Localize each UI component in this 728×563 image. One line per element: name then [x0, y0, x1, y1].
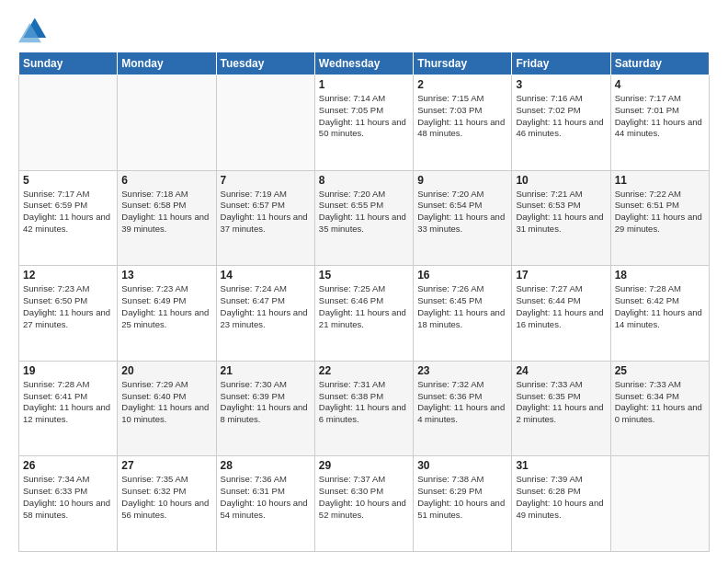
- day-info: Sunrise: 7:26 AM Sunset: 6:45 PM Dayligh…: [417, 283, 507, 330]
- day-number: 1: [319, 78, 409, 91]
- calendar-cell: 25Sunrise: 7:33 AM Sunset: 6:34 PM Dayli…: [610, 361, 709, 456]
- day-number: 2: [417, 78, 507, 91]
- day-info: Sunrise: 7:30 AM Sunset: 6:39 PM Dayligh…: [221, 379, 311, 426]
- day-info: Sunrise: 7:28 AM Sunset: 6:42 PM Dayligh…: [615, 283, 705, 330]
- calendar-cell: [118, 75, 216, 171]
- day-info: Sunrise: 7:32 AM Sunset: 6:36 PM Dayligh…: [417, 379, 507, 426]
- day-number: 26: [23, 459, 113, 472]
- calendar-cell: 14Sunrise: 7:24 AM Sunset: 6:47 PM Dayli…: [216, 266, 314, 362]
- day-number: 4: [615, 78, 705, 91]
- weekday-header-tuesday: Tuesday: [216, 52, 314, 75]
- weekday-header-friday: Friday: [512, 52, 610, 75]
- day-number: 6: [121, 174, 211, 187]
- day-info: Sunrise: 7:33 AM Sunset: 6:34 PM Dayligh…: [615, 379, 705, 426]
- calendar-table: SundayMondayTuesdayWednesdayThursdayFrid…: [18, 52, 710, 552]
- calendar-cell: 7Sunrise: 7:19 AM Sunset: 6:57 PM Daylig…: [216, 170, 314, 266]
- calendar-cell: 9Sunrise: 7:20 AM Sunset: 6:54 PM Daylig…: [414, 170, 512, 266]
- calendar-week-row-3: 12Sunrise: 7:23 AM Sunset: 6:50 PM Dayli…: [19, 266, 710, 362]
- day-info: Sunrise: 7:17 AM Sunset: 7:01 PM Dayligh…: [615, 93, 705, 140]
- calendar-cell: 20Sunrise: 7:29 AM Sunset: 6:40 PM Dayli…: [118, 361, 216, 456]
- day-info: Sunrise: 7:14 AM Sunset: 7:05 PM Dayligh…: [319, 93, 409, 140]
- calendar-cell: [19, 75, 118, 171]
- day-info: Sunrise: 7:18 AM Sunset: 6:58 PM Dayligh…: [121, 189, 211, 236]
- calendar-cell: 29Sunrise: 7:37 AM Sunset: 6:30 PM Dayli…: [314, 456, 413, 552]
- calendar-cell: 2Sunrise: 7:15 AM Sunset: 7:03 PM Daylig…: [414, 75, 512, 171]
- day-info: Sunrise: 7:17 AM Sunset: 6:59 PM Dayligh…: [23, 189, 113, 236]
- calendar-cell: 22Sunrise: 7:31 AM Sunset: 6:38 PM Dayli…: [314, 361, 413, 456]
- day-number: 29: [319, 459, 409, 472]
- day-info: Sunrise: 7:36 AM Sunset: 6:31 PM Dayligh…: [221, 474, 311, 521]
- day-number: 7: [221, 174, 311, 187]
- day-number: 25: [615, 364, 705, 377]
- day-info: Sunrise: 7:37 AM Sunset: 6:30 PM Dayligh…: [319, 474, 409, 521]
- calendar-cell: 12Sunrise: 7:23 AM Sunset: 6:50 PM Dayli…: [19, 266, 118, 362]
- calendar-week-row-5: 26Sunrise: 7:34 AM Sunset: 6:33 PM Dayli…: [19, 456, 710, 552]
- weekday-header-thursday: Thursday: [414, 52, 512, 75]
- day-number: 15: [319, 269, 409, 282]
- day-info: Sunrise: 7:20 AM Sunset: 6:54 PM Dayligh…: [417, 189, 507, 236]
- day-info: Sunrise: 7:25 AM Sunset: 6:46 PM Dayligh…: [319, 283, 409, 330]
- weekday-header-sunday: Sunday: [19, 52, 118, 75]
- day-number: 14: [221, 269, 311, 282]
- calendar-cell: 30Sunrise: 7:38 AM Sunset: 6:29 PM Dayli…: [414, 456, 512, 552]
- calendar-cell: 13Sunrise: 7:23 AM Sunset: 6:49 PM Dayli…: [118, 266, 216, 362]
- day-number: 10: [516, 174, 606, 187]
- calendar-cell: 11Sunrise: 7:22 AM Sunset: 6:51 PM Dayli…: [610, 170, 709, 266]
- calendar-cell: 17Sunrise: 7:27 AM Sunset: 6:44 PM Dayli…: [512, 266, 610, 362]
- calendar-cell: 4Sunrise: 7:17 AM Sunset: 7:01 PM Daylig…: [610, 75, 709, 171]
- day-number: 9: [417, 174, 507, 187]
- day-number: 31: [516, 459, 606, 472]
- calendar-cell: [610, 456, 709, 552]
- calendar-cell: 10Sunrise: 7:21 AM Sunset: 6:53 PM Dayli…: [512, 170, 610, 266]
- day-info: Sunrise: 7:28 AM Sunset: 6:41 PM Dayligh…: [23, 379, 113, 426]
- day-number: 20: [121, 364, 211, 377]
- header: [18, 15, 710, 44]
- weekday-header-row: SundayMondayTuesdayWednesdayThursdayFrid…: [19, 52, 710, 75]
- day-number: 22: [319, 364, 409, 377]
- day-info: Sunrise: 7:24 AM Sunset: 6:47 PM Dayligh…: [221, 283, 311, 330]
- calendar-cell: 27Sunrise: 7:35 AM Sunset: 6:32 PM Dayli…: [118, 456, 216, 552]
- calendar-cell: 6Sunrise: 7:18 AM Sunset: 6:58 PM Daylig…: [118, 170, 216, 266]
- calendar-cell: 31Sunrise: 7:39 AM Sunset: 6:28 PM Dayli…: [512, 456, 610, 552]
- day-number: 23: [417, 364, 507, 377]
- day-number: 24: [516, 364, 606, 377]
- day-info: Sunrise: 7:23 AM Sunset: 6:49 PM Dayligh…: [121, 283, 211, 330]
- weekday-header-saturday: Saturday: [610, 52, 709, 75]
- day-info: Sunrise: 7:27 AM Sunset: 6:44 PM Dayligh…: [516, 283, 606, 330]
- calendar-cell: 21Sunrise: 7:30 AM Sunset: 6:39 PM Dayli…: [216, 361, 314, 456]
- weekday-header-wednesday: Wednesday: [314, 52, 413, 75]
- day-info: Sunrise: 7:23 AM Sunset: 6:50 PM Dayligh…: [23, 283, 113, 330]
- day-info: Sunrise: 7:22 AM Sunset: 6:51 PM Dayligh…: [615, 189, 705, 236]
- calendar-cell: 1Sunrise: 7:14 AM Sunset: 7:05 PM Daylig…: [314, 75, 413, 171]
- day-info: Sunrise: 7:19 AM Sunset: 6:57 PM Dayligh…: [221, 189, 311, 236]
- calendar-cell: 19Sunrise: 7:28 AM Sunset: 6:41 PM Dayli…: [19, 361, 118, 456]
- day-info: Sunrise: 7:34 AM Sunset: 6:33 PM Dayligh…: [23, 474, 113, 521]
- calendar-cell: 23Sunrise: 7:32 AM Sunset: 6:36 PM Dayli…: [414, 361, 512, 456]
- day-number: 16: [417, 269, 507, 282]
- day-number: 5: [23, 174, 113, 187]
- calendar-cell: 8Sunrise: 7:20 AM Sunset: 6:55 PM Daylig…: [314, 170, 413, 266]
- day-info: Sunrise: 7:38 AM Sunset: 6:29 PM Dayligh…: [417, 474, 507, 521]
- calendar-week-row-2: 5Sunrise: 7:17 AM Sunset: 6:59 PM Daylig…: [19, 170, 710, 266]
- day-info: Sunrise: 7:29 AM Sunset: 6:40 PM Dayligh…: [121, 379, 211, 426]
- day-info: Sunrise: 7:21 AM Sunset: 6:53 PM Dayligh…: [516, 189, 606, 236]
- day-number: 17: [516, 269, 606, 282]
- calendar-cell: 28Sunrise: 7:36 AM Sunset: 6:31 PM Dayli…: [216, 456, 314, 552]
- day-number: 11: [615, 174, 705, 187]
- day-info: Sunrise: 7:15 AM Sunset: 7:03 PM Dayligh…: [417, 93, 507, 140]
- day-number: 27: [121, 459, 211, 472]
- calendar-cell: 5Sunrise: 7:17 AM Sunset: 6:59 PM Daylig…: [19, 170, 118, 266]
- page: SundayMondayTuesdayWednesdayThursdayFrid…: [0, 0, 728, 563]
- calendar-cell: [216, 75, 314, 171]
- day-info: Sunrise: 7:33 AM Sunset: 6:35 PM Dayligh…: [516, 379, 606, 426]
- calendar-cell: 3Sunrise: 7:16 AM Sunset: 7:02 PM Daylig…: [512, 75, 610, 171]
- day-number: 3: [516, 78, 606, 91]
- day-info: Sunrise: 7:39 AM Sunset: 6:28 PM Dayligh…: [516, 474, 606, 521]
- calendar-cell: 24Sunrise: 7:33 AM Sunset: 6:35 PM Dayli…: [512, 361, 610, 456]
- day-number: 30: [417, 459, 507, 472]
- day-number: 13: [121, 269, 211, 282]
- day-info: Sunrise: 7:31 AM Sunset: 6:38 PM Dayligh…: [319, 379, 409, 426]
- day-number: 28: [221, 459, 311, 472]
- day-number: 18: [615, 269, 705, 282]
- logo: [18, 15, 51, 44]
